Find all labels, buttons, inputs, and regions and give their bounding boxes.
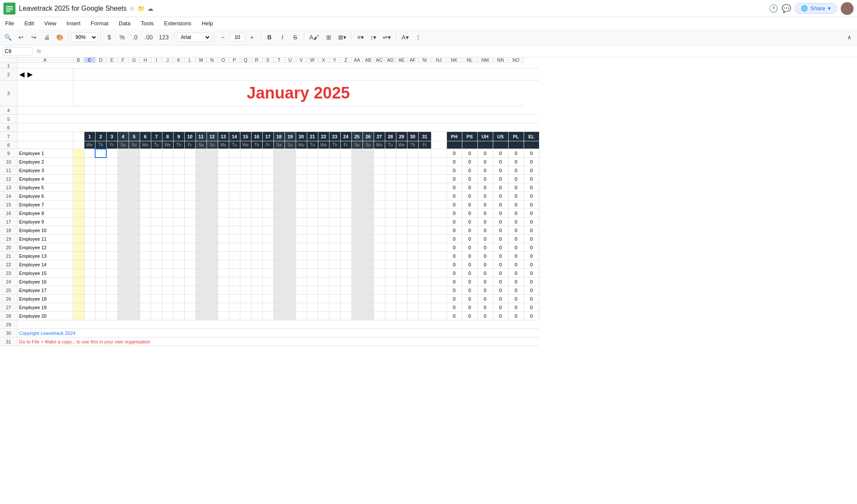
cell-20-26[interactable]: [340, 243, 351, 252]
cell-10-20[interactable]: [273, 158, 285, 166]
summary-val-16-5[interactable]: 0: [524, 209, 539, 218]
cell-19-11[interactable]: [173, 235, 184, 243]
cell-25-19[interactable]: [262, 286, 273, 295]
cell-20-24[interactable]: [318, 243, 329, 252]
cell-20-15[interactable]: [218, 243, 229, 252]
col-b-12[interactable]: [73, 175, 84, 183]
cell-26-10[interactable]: [162, 295, 173, 303]
cell-9-12[interactable]: [184, 149, 195, 158]
cell-15-31[interactable]: [396, 200, 407, 209]
cell-14-24[interactable]: [318, 192, 329, 200]
employee-name-12[interactable]: Employee 4: [17, 175, 73, 183]
summary-val-26-3[interactable]: 0: [493, 295, 508, 303]
cell-9-5[interactable]: [106, 149, 117, 158]
cell-22-21[interactable]: [285, 260, 296, 269]
cell-18-12[interactable]: [184, 226, 195, 235]
summary-val-12-2[interactable]: 0: [477, 175, 493, 183]
col-header-V[interactable]: V: [296, 57, 307, 63]
summary-val-21-5[interactable]: 0: [524, 252, 539, 260]
cell-22-29[interactable]: [374, 260, 385, 269]
cell-25-13[interactable]: [195, 286, 207, 295]
cell-10-19[interactable]: [262, 158, 273, 166]
cell-10-8[interactable]: [140, 158, 151, 166]
cell-22-3[interactable]: [84, 260, 95, 269]
cell-25-32[interactable]: [407, 286, 418, 295]
cell-12-19[interactable]: [262, 175, 273, 183]
comment-button[interactable]: 💬: [782, 4, 791, 13]
summary-val-24-2[interactable]: 0: [477, 277, 493, 286]
cell-19-17[interactable]: [240, 235, 251, 243]
summary-val-27-3[interactable]: 0: [493, 303, 508, 312]
cell-14-3[interactable]: [84, 192, 95, 200]
cell-25-22[interactable]: [296, 286, 307, 295]
cell-11-12[interactable]: [184, 166, 195, 175]
col-header-AC[interactable]: AC: [374, 57, 385, 63]
employee-name-24[interactable]: Employee 16: [17, 277, 73, 286]
cell-9-33[interactable]: [418, 149, 431, 158]
cell-15-17[interactable]: [240, 200, 251, 209]
cell-22-14[interactable]: [207, 260, 218, 269]
formula-input[interactable]: [45, 48, 854, 54]
col-b-28[interactable]: [73, 312, 84, 320]
col-header-AF[interactable]: AF: [407, 57, 418, 63]
cell-19-12[interactable]: [184, 235, 195, 243]
cell-27-18[interactable]: [251, 303, 262, 312]
cell-14-17[interactable]: [240, 192, 251, 200]
cell-27-23[interactable]: [307, 303, 318, 312]
cell-11-4[interactable]: [95, 166, 106, 175]
col-b-23[interactable]: [73, 269, 84, 277]
cell-21-21[interactable]: [285, 252, 296, 260]
cell-23-25[interactable]: [329, 269, 340, 277]
cell-15-13[interactable]: [195, 200, 207, 209]
cell-25-28[interactable]: [363, 286, 374, 295]
cell-14-6[interactable]: [117, 192, 129, 200]
cell-14-33[interactable]: [418, 192, 431, 200]
cell-15-12[interactable]: [184, 200, 195, 209]
cell-26-28[interactable]: [363, 295, 374, 303]
summary-val-18-2[interactable]: 0: [477, 226, 493, 235]
cell-26-33[interactable]: [418, 295, 431, 303]
cell-26-18[interactable]: [251, 295, 262, 303]
cell-24-24[interactable]: [318, 277, 329, 286]
cell-27-16[interactable]: [229, 303, 240, 312]
cell-23-18[interactable]: [251, 269, 262, 277]
col-header-N[interactable]: N: [207, 57, 218, 63]
summary-val-14-3[interactable]: 0: [493, 192, 508, 200]
cell-11-23[interactable]: [307, 166, 318, 175]
cell-20-20[interactable]: [273, 243, 285, 252]
cell-16-19[interactable]: [262, 209, 273, 218]
cell-28-8[interactable]: [140, 312, 151, 320]
cell-25-29[interactable]: [374, 286, 385, 295]
cell-25-11[interactable]: [173, 286, 184, 295]
cell-11-15[interactable]: [218, 166, 229, 175]
cell-17-4[interactable]: [95, 218, 106, 226]
cell-22-25[interactable]: [329, 260, 340, 269]
col-b-22[interactable]: [73, 260, 84, 269]
cell-14-20[interactable]: [273, 192, 285, 200]
cell-17-6[interactable]: [117, 218, 129, 226]
merge-cells-button[interactable]: ⊠▾: [336, 32, 349, 42]
cell-16-4[interactable]: [95, 209, 106, 218]
cell-26-25[interactable]: [329, 295, 340, 303]
col-header-X[interactable]: X: [318, 57, 329, 63]
italic-button[interactable]: I: [276, 32, 288, 42]
summary-val-10-4[interactable]: 0: [508, 158, 524, 166]
summary-val-25-1[interactable]: 0: [462, 286, 477, 295]
cell-12-18[interactable]: [251, 175, 262, 183]
cell-11-33[interactable]: [418, 166, 431, 175]
cell-28-28[interactable]: [363, 312, 374, 320]
menu-help[interactable]: Help: [200, 19, 215, 27]
cell-26-21[interactable]: [285, 295, 296, 303]
summary-val-24-0[interactable]: 0: [446, 277, 462, 286]
cell-11-19[interactable]: [262, 166, 273, 175]
employee-name-15[interactable]: Employee 7: [17, 200, 73, 209]
cell-22-8[interactable]: [140, 260, 151, 269]
summary-val-24-4[interactable]: 0: [508, 277, 524, 286]
cell-20-7[interactable]: [129, 243, 140, 252]
summary-val-10-5[interactable]: 0: [524, 158, 539, 166]
col-b-18[interactable]: [73, 226, 84, 235]
cell-25-25[interactable]: [329, 286, 340, 295]
cell-17-24[interactable]: [318, 218, 329, 226]
cell-24-17[interactable]: [240, 277, 251, 286]
col-header-L[interactable]: L: [184, 57, 195, 63]
